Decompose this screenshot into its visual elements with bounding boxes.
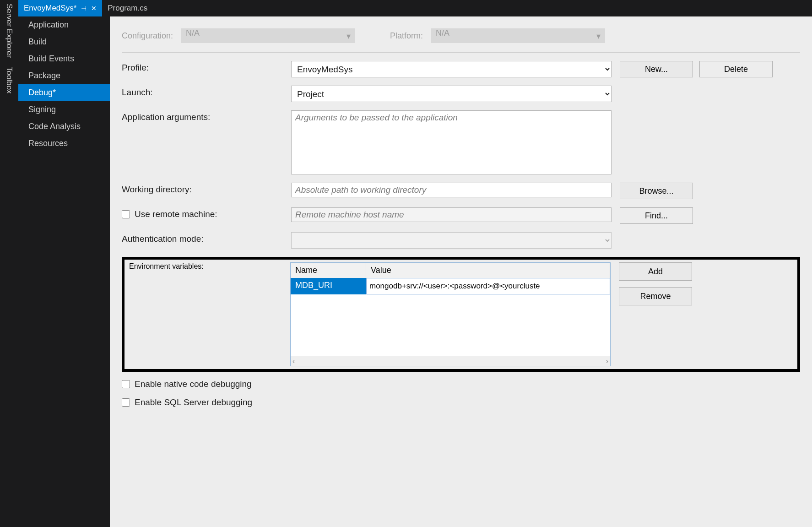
native-debug-label: Enable native code debugging — [135, 379, 252, 389]
tab-label: EnvoyMedSys* — [24, 4, 76, 13]
env-label: Environment variables: — [129, 262, 290, 271]
auth-select — [291, 232, 612, 249]
env-header-value: Value — [366, 263, 610, 278]
profile-select[interactable]: EnvoyMedSys — [291, 61, 612, 77]
workdir-label: Working directory: — [122, 183, 291, 195]
nav-code-analysis[interactable]: Code Analysis — [18, 118, 110, 135]
nav-debug[interactable]: Debug* — [18, 84, 110, 101]
debug-properties-page: Configuration: N/A ▾ Platform: N/A ▾ Pro… — [110, 16, 812, 527]
env-row-value-input[interactable] — [366, 278, 610, 294]
native-debug-input[interactable] — [122, 380, 130, 388]
app-args-textarea[interactable] — [291, 110, 612, 174]
env-add-button[interactable]: Add — [619, 262, 692, 281]
platform-label: Platform: — [390, 31, 423, 41]
rail-toolbox[interactable]: Toolbox — [0, 63, 14, 94]
tool-window-rail: Server Explorer Toolbox — [0, 0, 18, 527]
new-profile-button[interactable]: New... — [620, 61, 693, 77]
platform-value: N/A — [436, 28, 449, 38]
nav-package[interactable]: Package — [18, 67, 110, 84]
env-row[interactable]: MDB_URI — [291, 278, 610, 294]
browse-button[interactable]: Browse... — [620, 183, 693, 199]
remote-machine-checkbox[interactable]: Use remote machine: — [122, 209, 291, 219]
tab-envoymedsys[interactable]: EnvoyMedSys* ⊣ ✕ — [18, 0, 102, 16]
env-remove-button[interactable]: Remove — [619, 287, 692, 305]
workdir-input[interactable] — [291, 183, 612, 197]
env-header-name: Name — [291, 263, 366, 278]
remote-machine-input[interactable] — [122, 210, 130, 218]
auth-label: Authentication mode: — [122, 232, 291, 244]
launch-select[interactable]: Project — [291, 86, 612, 102]
env-grid-header: Name Value — [291, 263, 610, 278]
env-grid[interactable]: Name Value MDB_URI ‹ › — [290, 262, 611, 366]
close-icon[interactable]: ✕ — [91, 5, 97, 12]
configuration-value: N/A — [186, 28, 200, 38]
configuration-combo: N/A ▾ — [181, 28, 355, 43]
chevron-down-icon: ▾ — [346, 31, 351, 41]
delete-profile-button[interactable]: Delete — [699, 61, 773, 77]
launch-label: Launch: — [122, 86, 291, 98]
tab-programcs[interactable]: Program.cs — [102, 0, 153, 16]
native-debug-checkbox[interactable]: Enable native code debugging — [122, 379, 252, 389]
profile-label: Profile: — [122, 61, 291, 73]
platform-combo: N/A ▾ — [431, 28, 605, 43]
find-button[interactable]: Find... — [620, 207, 693, 224]
sql-debug-input[interactable] — [122, 398, 130, 407]
nav-build-events[interactable]: Build Events — [18, 50, 110, 67]
scroll-right-icon[interactable]: › — [606, 357, 608, 365]
env-grid-scrollbar[interactable]: ‹ › — [291, 356, 610, 366]
property-page-nav: Application Build Build Events Package D… — [18, 16, 110, 527]
chevron-down-icon: ▾ — [596, 31, 601, 41]
tab-label: Program.cs — [108, 4, 147, 13]
rail-server-explorer[interactable]: Server Explorer — [0, 0, 14, 58]
nav-signing[interactable]: Signing — [18, 101, 110, 118]
sql-debug-label: Enable SQL Server debugging — [135, 397, 252, 407]
document-tabstrip: EnvoyMedSys* ⊣ ✕ Program.cs — [18, 0, 812, 16]
scroll-left-icon[interactable]: ‹ — [292, 357, 295, 365]
remote-machine-label: Use remote machine: — [135, 209, 217, 219]
sql-debug-checkbox[interactable]: Enable SQL Server debugging — [122, 397, 252, 407]
env-row-name[interactable]: MDB_URI — [291, 278, 366, 294]
nav-application[interactable]: Application — [18, 16, 110, 33]
nav-build[interactable]: Build — [18, 33, 110, 50]
pin-icon[interactable]: ⊣ — [81, 5, 87, 12]
nav-resources[interactable]: Resources — [18, 135, 110, 152]
remote-host-input — [291, 207, 612, 222]
env-variables-group: Environment variables: Name Value MDB_UR… — [122, 257, 800, 372]
configuration-label: Configuration: — [122, 31, 173, 41]
app-args-label: Application arguments: — [122, 110, 291, 122]
